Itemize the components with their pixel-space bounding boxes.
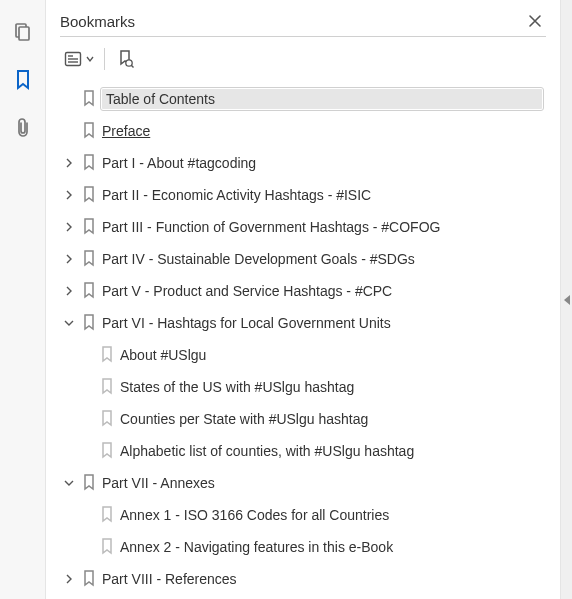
bookmark-label: Part I - About #tagcoding: [102, 155, 542, 171]
bookmark-part6-states[interactable]: States of the US with #USlgu hashtag: [62, 371, 546, 403]
svg-point-6: [126, 60, 132, 66]
bookmark-icon: [100, 538, 114, 556]
chevron-right-icon[interactable]: [62, 572, 76, 586]
chevron-down-icon: [86, 50, 94, 68]
chevron-right-icon[interactable]: [62, 188, 76, 202]
panel-header: Bookmarks: [60, 12, 546, 36]
panel-title: Bookmarks: [60, 13, 135, 30]
bookmark-label: Part VII - Annexes: [102, 475, 542, 491]
bookmark-icon: [82, 218, 96, 236]
bookmark-icon: [82, 186, 96, 204]
bookmark-label: Alphabetic list of counties, with #USlgu…: [120, 443, 542, 459]
bookmark-label: Part III - Function of Government Hashta…: [102, 219, 542, 235]
toolbar-separator: [104, 48, 105, 70]
chevron-right-icon[interactable]: [62, 284, 76, 298]
panel-divider: [60, 36, 546, 37]
bookmark-icon: [82, 250, 96, 268]
bookmark-label: Part VIII - References: [102, 571, 542, 587]
chevron-down-icon[interactable]: [62, 476, 76, 490]
bookmark-part6-counties[interactable]: Counties per State with #USlgu hashtag: [62, 403, 546, 435]
svg-rect-1: [19, 27, 29, 40]
bookmarks-icon[interactable]: [11, 68, 35, 92]
bookmark-icon: [100, 410, 114, 428]
bookmark-label: Counties per State with #USlgu hashtag: [120, 411, 542, 427]
bookmark-icon: [82, 90, 96, 108]
bookmark-label: Annex 2 - Navigating features in this e-…: [120, 539, 542, 555]
bookmark-label: Part II - Economic Activity Hashtags - #…: [102, 187, 542, 203]
attachments-icon[interactable]: [11, 116, 35, 140]
bookmark-label: Table of Contents: [102, 89, 542, 109]
bookmark-label: About #USlgu: [120, 347, 542, 363]
collapse-panel-strip[interactable]: [560, 0, 572, 599]
bookmark-part7-annex1[interactable]: Annex 1 - ISO 3166 Codes for all Countri…: [62, 499, 546, 531]
bookmark-part6[interactable]: Part VI - Hashtags for Local Government …: [62, 307, 546, 339]
bookmark-icon: [100, 346, 114, 364]
bookmarks-toolbar: [60, 43, 546, 83]
close-panel-button[interactable]: [524, 12, 546, 30]
bookmark-part8[interactable]: Part VIII - References: [62, 563, 546, 595]
bookmark-label: Preface: [102, 123, 542, 139]
bookmark-part7[interactable]: Part VII - Annexes: [62, 467, 546, 499]
bookmark-icon: [82, 314, 96, 332]
bookmark-icon: [100, 442, 114, 460]
thumbnails-icon[interactable]: [11, 20, 35, 44]
find-bookmark-button[interactable]: [111, 45, 139, 73]
bookmark-part6-alpha[interactable]: Alphabetic list of counties, with #USlgu…: [62, 435, 546, 467]
bookmark-label: Part IV - Sustainable Development Goals …: [102, 251, 542, 267]
chevron-right-icon[interactable]: [62, 252, 76, 266]
options-menu-button[interactable]: [60, 46, 98, 72]
bookmarks-tree[interactable]: Table of Contents Preface Part I - About…: [60, 83, 546, 599]
collapse-triangle-icon: [564, 295, 570, 305]
bookmark-icon: [82, 282, 96, 300]
bookmark-part6-about[interactable]: About #USlgu: [62, 339, 546, 371]
svg-line-7: [131, 65, 133, 67]
bookmark-part7-annex2[interactable]: Annex 2 - Navigating features in this e-…: [62, 531, 546, 563]
bookmark-part4[interactable]: Part IV - Sustainable Development Goals …: [62, 243, 546, 275]
bookmark-preface[interactable]: Preface: [62, 115, 546, 147]
left-rail: [0, 0, 46, 599]
bookmark-toc[interactable]: Table of Contents: [62, 83, 546, 115]
bookmark-icon: [82, 154, 96, 172]
bookmark-part1[interactable]: Part I - About #tagcoding: [62, 147, 546, 179]
bookmark-label: States of the US with #USlgu hashtag: [120, 379, 542, 395]
bookmark-label: Part VI - Hashtags for Local Government …: [102, 315, 542, 331]
bookmark-label: Part V - Product and Service Hashtags - …: [102, 283, 542, 299]
bookmark-icon: [82, 122, 96, 140]
chevron-right-icon[interactable]: [62, 156, 76, 170]
bookmark-icon: [82, 570, 96, 588]
bookmark-label: Annex 1 - ISO 3166 Codes for all Countri…: [120, 507, 542, 523]
bookmark-icon: [100, 506, 114, 524]
chevron-down-icon[interactable]: [62, 316, 76, 330]
chevron-right-icon[interactable]: [62, 220, 76, 234]
bookmark-part3[interactable]: Part III - Function of Government Hashta…: [62, 211, 546, 243]
bookmark-part5[interactable]: Part V - Product and Service Hashtags - …: [62, 275, 546, 307]
bookmark-icon: [100, 378, 114, 396]
bookmarks-panel: Bookmarks Table of Contents Preface: [46, 0, 560, 599]
bookmark-part2[interactable]: Part II - Economic Activity Hashtags - #…: [62, 179, 546, 211]
bookmark-icon: [82, 474, 96, 492]
